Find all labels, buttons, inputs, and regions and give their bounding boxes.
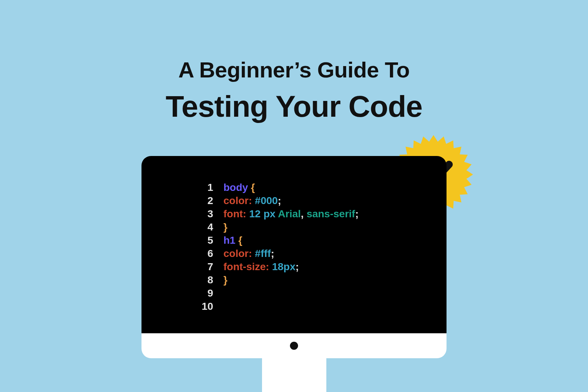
code-content: h1 { bbox=[223, 234, 242, 247]
code-line: 1body { bbox=[191, 181, 432, 194]
camera-dot-icon bbox=[290, 342, 298, 350]
monitor-screen: 1body {2color: #000;3font: 12 px Arial, … bbox=[141, 156, 447, 333]
heading-subtitle: A Beginner’s Guide To bbox=[0, 57, 588, 83]
code-line: 5h1 { bbox=[191, 234, 432, 247]
code-line: 4} bbox=[191, 221, 432, 234]
code-content: color: #000; bbox=[223, 194, 281, 207]
code-content: font: 12 px Arial, sans-serif; bbox=[223, 207, 359, 221]
code-content: } bbox=[223, 221, 227, 234]
line-number: 8 bbox=[191, 273, 213, 287]
monitor-illustration: 1body {2color: #000;3font: 12 px Arial, … bbox=[141, 156, 447, 392]
code-line: 3font: 12 px Arial, sans-serif; bbox=[191, 207, 432, 221]
line-number: 4 bbox=[191, 221, 213, 234]
code-content: body { bbox=[223, 181, 255, 194]
monitor-chin bbox=[141, 333, 447, 358]
line-number: 7 bbox=[191, 260, 213, 273]
line-number: 3 bbox=[191, 207, 213, 221]
code-line: 7font-size: 18px; bbox=[191, 260, 432, 273]
code-content: } bbox=[223, 273, 227, 287]
code-line: 2color: #000; bbox=[191, 194, 432, 207]
page-heading: A Beginner’s Guide To Testing Your Code bbox=[0, 57, 588, 123]
code-content: color: #fff; bbox=[223, 247, 274, 260]
line-number: 10 bbox=[191, 300, 213, 313]
code-line: 8} bbox=[191, 273, 432, 287]
heading-title: Testing Your Code bbox=[0, 90, 588, 123]
line-number: 9 bbox=[191, 287, 213, 300]
code-line: 10 bbox=[191, 300, 432, 313]
code-editor: 1body {2color: #000;3font: 12 px Arial, … bbox=[191, 181, 432, 313]
line-number: 1 bbox=[191, 181, 213, 194]
canvas: A Beginner’s Guide To Testing Your Code … bbox=[0, 0, 588, 392]
line-number: 5 bbox=[191, 234, 213, 247]
line-number: 2 bbox=[191, 194, 213, 207]
code-line: 6color: #fff; bbox=[191, 247, 432, 260]
code-line: 9 bbox=[191, 287, 432, 300]
monitor-stand bbox=[262, 358, 326, 392]
code-content: font-size: 18px; bbox=[223, 260, 299, 273]
line-number: 6 bbox=[191, 247, 213, 260]
